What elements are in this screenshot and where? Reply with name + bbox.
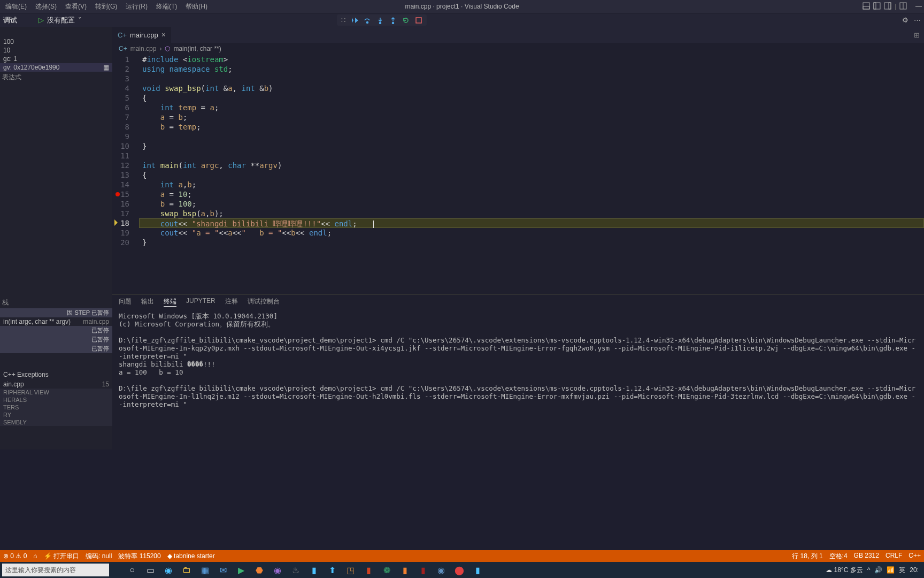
gutter[interactable]: 12345 678910 11121314 151617 181920 (112, 55, 139, 294)
more-icon[interactable]: ⋯ (914, 16, 921, 24)
step-out-icon[interactable] (389, 17, 397, 24)
restart-icon[interactable] (402, 17, 410, 24)
thread-paused: 已暂停 (0, 326, 112, 335)
menu-select[interactable]: 选择(S) (32, 1, 60, 12)
layout-custom-icon[interactable] (899, 2, 907, 11)
mail-icon[interactable]: ✉ (215, 564, 231, 576)
layout-panel-icon[interactable] (863, 2, 870, 11)
cortana-icon[interactable]: ○ (124, 564, 140, 576)
terminal-output[interactable]: Microsoft Windows [版本 10.0.19044.2130] (… (112, 309, 924, 450)
app-icon-6[interactable]: ◳ (342, 564, 358, 576)
volume-icon[interactable]: 🔊 (874, 566, 882, 574)
status-encoding[interactable]: 编码: null (86, 552, 112, 561)
wechat-icon[interactable]: ❁ (379, 564, 395, 576)
tray-up-icon[interactable]: ^ (867, 566, 871, 574)
breadcrumb[interactable]: C+ main.cpp › ⬡ main(int, char **) (112, 43, 924, 55)
vscode-icon[interactable]: ▮ (469, 564, 486, 576)
status-errors[interactable]: ⊗ 0 ⚠ 0 (3, 552, 27, 560)
cpp-exceptions[interactable]: C++ Exceptions (0, 369, 112, 380)
menu-terminal[interactable]: 终端(T) (153, 1, 180, 12)
app-icon-4[interactable]: ▮ (306, 564, 322, 576)
calendar-icon[interactable]: ▦ (197, 564, 213, 576)
step-over-icon[interactable] (364, 17, 371, 24)
debug-config-label[interactable]: 没有配置 (47, 16, 75, 25)
layout-right-icon[interactable] (884, 2, 891, 11)
split-icon[interactable]: ⊞ (914, 31, 924, 39)
tab-main-cpp[interactable]: C+ main.cpp × (112, 27, 171, 43)
stack-frame[interactable]: in(int argc, char ** argv) main.cpp (0, 317, 112, 326)
layout-sidebar-icon[interactable] (873, 2, 881, 11)
acrobat-icon[interactable]: ▮ (415, 564, 431, 576)
thread-paused: 已暂停 (0, 344, 112, 353)
var-row[interactable]: 10 (0, 46, 112, 55)
stop-icon[interactable] (415, 17, 422, 24)
menu-edit[interactable]: 编辑(E) (2, 1, 30, 12)
breakpoint-item[interactable]: ain.cpp 15 (0, 380, 112, 389)
powerpoint-icon[interactable]: ▮ (360, 564, 376, 576)
menu-view[interactable]: 查看(V) (62, 1, 90, 12)
record-icon[interactable]: ⬤ (451, 564, 467, 576)
app-icon-5[interactable]: ⬆ (324, 564, 340, 576)
ry-section[interactable]: RY (0, 411, 112, 419)
svg-rect-11 (416, 18, 421, 23)
home-icon[interactable]: ⌂ (33, 552, 37, 560)
continue-icon[interactable] (351, 17, 358, 24)
media-icon[interactable]: ▶ (233, 564, 249, 576)
app-icon-3[interactable]: ♨ (288, 564, 304, 576)
debug-sidebar: 100 10 gc: 1 gv: 0x1270e0e1990 ▦ 表达式 栈 因… (0, 27, 112, 450)
status-serial[interactable]: ⚡ 打开串口 (44, 552, 79, 561)
status-lang[interactable]: C++ (908, 552, 921, 561)
var-row[interactable]: gv: 0x1270e0e1990 ▦ (0, 63, 112, 72)
status-spaces[interactable]: 空格:4 (829, 552, 848, 561)
panel-tab-comments[interactable]: 注释 (225, 297, 238, 307)
explorer-icon[interactable]: 🗀 (179, 564, 195, 576)
var-row[interactable]: 100 (0, 37, 112, 46)
disassembly-section[interactable]: SEMBLY (0, 419, 112, 426)
panel-tab-terminal[interactable]: 终端 (164, 297, 176, 307)
memory-icon[interactable]: ▦ (103, 64, 109, 71)
breadcrumb-file: main.cpp (130, 45, 157, 52)
taskview-icon[interactable]: ▭ (142, 564, 158, 576)
app-icon-8[interactable]: ◉ (433, 564, 449, 576)
app-icon-2[interactable]: ◉ (270, 564, 286, 576)
watch-section[interactable]: 表达式 (0, 72, 112, 83)
step-into-icon[interactable] (376, 17, 384, 24)
play-icon[interactable]: ▷ (38, 16, 44, 24)
app-icon-1[interactable]: ⬣ (251, 564, 267, 576)
status-enc[interactable]: GB 2312 (854, 552, 879, 561)
edge-icon[interactable]: ◉ (160, 564, 176, 576)
var-row[interactable]: gc: 1 (0, 55, 112, 63)
panel-tab-problems[interactable]: 问题 (119, 297, 132, 307)
minimize-icon[interactable]: — (915, 3, 922, 10)
ters-section[interactable]: TERS (0, 404, 112, 411)
app-icon-7[interactable]: ▮ (397, 564, 413, 576)
herals-section[interactable]: HERALS (0, 396, 112, 404)
status-tabnine[interactable]: ◆ tabnine starter (167, 552, 215, 560)
menu-goto[interactable]: 转到(G) (92, 1, 120, 12)
svg-rect-5 (889, 3, 891, 9)
menu-run[interactable]: 运行(R) (122, 1, 151, 12)
gear-icon[interactable]: ⚙ (902, 16, 908, 24)
svg-point-8 (367, 21, 368, 23)
status-baud[interactable]: 波特率 115200 (118, 552, 160, 561)
drag-handle-icon[interactable]: ∷ (341, 16, 345, 24)
ime[interactable]: 英 (899, 566, 905, 575)
panel-tab-output[interactable]: 输出 (141, 297, 154, 307)
code-editor[interactable]: 12345 678910 11121314 151617 181920 #inc… (112, 55, 924, 294)
weather[interactable]: ☁ 18°C 多云 (826, 566, 863, 575)
callstack-section[interactable]: 栈 (0, 297, 112, 308)
panel-tab-jupyter[interactable]: JUPYTER (186, 297, 215, 307)
clock[interactable]: 20: (910, 566, 919, 574)
run-debug-label: 调试 (3, 16, 17, 25)
chevron-down-icon[interactable]: ˅ (78, 16, 82, 24)
wifi-icon[interactable]: 📶 (887, 566, 895, 574)
status-lncol[interactable]: 行 18, 列 1 (792, 552, 822, 561)
taskbar-search[interactable]: 这里输入你要搜素的内容 (2, 564, 109, 576)
tab-label: main.cpp (130, 31, 158, 39)
panel-tab-debugconsole[interactable]: 调试控制台 (248, 297, 280, 307)
status-crlf[interactable]: CRLF (886, 552, 902, 561)
method-icon: ⬡ (165, 45, 170, 52)
close-icon[interactable]: × (161, 31, 166, 39)
menu-help[interactable]: 帮助(H) (182, 1, 211, 12)
peripheral-section[interactable]: RIPHERAL VIEW (0, 389, 112, 396)
